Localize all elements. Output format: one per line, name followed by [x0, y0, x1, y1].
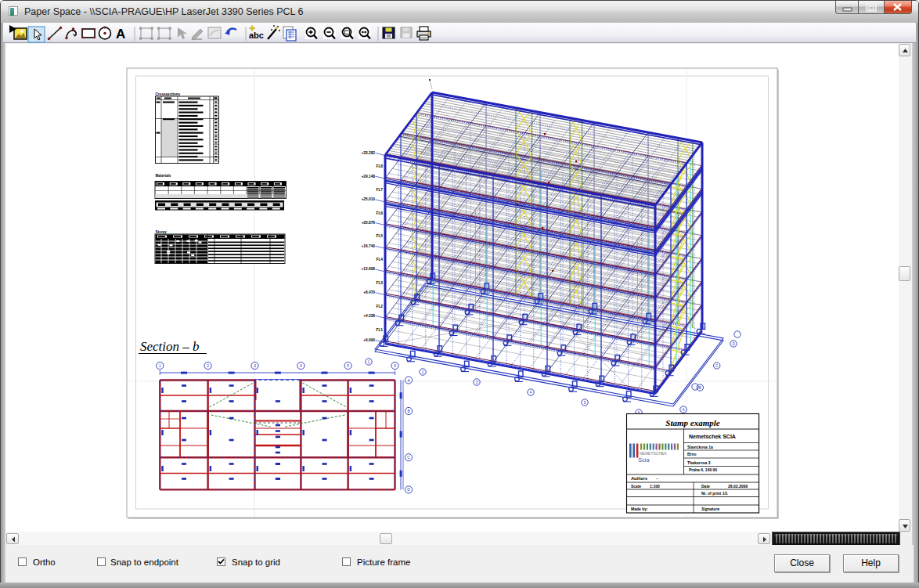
- svg-text:3: 3: [254, 364, 256, 368]
- svg-text:FL2: FL2: [376, 305, 383, 308]
- svg-text:+12.608: +12.608: [362, 267, 376, 271]
- svg-text:FL4: FL4: [376, 258, 383, 262]
- svg-text:FL8: FL8: [376, 164, 383, 168]
- svg-text:Signature: Signature: [701, 507, 719, 511]
- svg-text:2: 2: [207, 364, 209, 368]
- svg-text:FL3: FL3: [376, 281, 383, 285]
- svg-text:A: A: [116, 27, 125, 41]
- svg-text:Date: Date: [701, 484, 710, 489]
- svg-text:Storey: Storey: [156, 230, 168, 234]
- svg-text:Nemetschek SCIA: Nemetschek SCIA: [689, 434, 736, 439]
- svg-text:FL6: FL6: [376, 211, 383, 215]
- svg-text:B: B: [699, 386, 701, 390]
- svg-text:1:100: 1:100: [650, 484, 660, 489]
- svg-text:A: A: [682, 408, 684, 412]
- svg-text:NEMETSCHEK: NEMETSCHEK: [640, 451, 667, 456]
- svg-text:Brno: Brno: [687, 452, 697, 456]
- svg-text:6: 6: [394, 364, 396, 368]
- svg-text:Crosssections: Crosssections: [156, 92, 181, 96]
- svg-text:B: B: [407, 409, 409, 413]
- svg-text:Materials: Materials: [156, 174, 171, 178]
- svg-text:28.02.2009: 28.02.2009: [728, 484, 748, 489]
- svg-text:5: 5: [347, 364, 349, 368]
- svg-text:+16.740: +16.740: [362, 244, 376, 248]
- svg-text:Thakurova 3: Thakurova 3: [687, 460, 711, 465]
- svg-text:1: 1: [159, 364, 161, 368]
- svg-text:+8.470: +8.470: [363, 290, 375, 294]
- svg-text:Scia: Scia: [638, 456, 650, 464]
- svg-text:Authors: Authors: [630, 476, 647, 481]
- svg-text:D: D: [407, 488, 410, 492]
- svg-text:C: C: [407, 456, 410, 460]
- svg-text:FL5: FL5: [376, 234, 383, 238]
- svg-text:+20.876: +20.876: [362, 221, 376, 225]
- svg-text:FL7: FL7: [376, 188, 383, 192]
- svg-text:+0.000: +0.000: [363, 338, 375, 342]
- svg-text:+4.338: +4.338: [363, 314, 375, 318]
- svg-text:Made by:: Made by:: [631, 507, 648, 511]
- svg-text:+29.148: +29.148: [362, 175, 376, 179]
- svg-text:Scale: Scale: [631, 484, 641, 489]
- svg-text:abc: abc: [249, 31, 264, 40]
- svg-text:Praha 6, 160 00: Praha 6, 160 00: [689, 467, 717, 472]
- svg-text:+25.010: +25.010: [362, 197, 376, 201]
- svg-text:Section – b: Section – b: [140, 339, 200, 354]
- svg-text:FL1: FL1: [376, 328, 383, 332]
- svg-text:+33.282: +33.282: [362, 151, 376, 155]
- svg-text:Slavickova 1a: Slavickova 1a: [687, 445, 713, 449]
- svg-text:Nr. of print 1/1: Nr. of print 1/1: [701, 491, 728, 496]
- svg-text:Stamp example: Stamp example: [665, 418, 719, 427]
- svg-text:4: 4: [300, 364, 302, 368]
